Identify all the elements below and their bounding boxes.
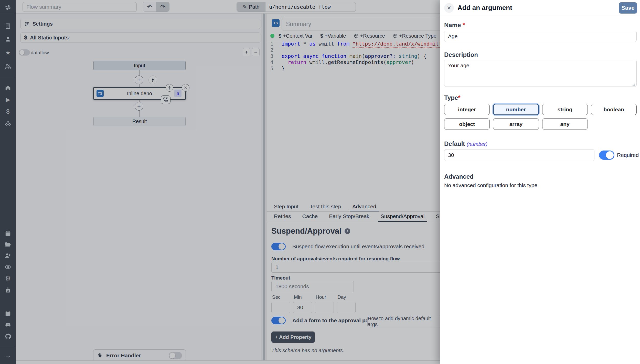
name-field-label: Name * <box>444 22 465 29</box>
drawer-title: Add an argument <box>457 4 619 12</box>
description-textarea[interactable]: Your age <box>444 60 637 87</box>
type-option-string[interactable]: string <box>542 104 588 115</box>
type-option-any[interactable]: any <box>542 118 588 130</box>
type-options-grid: integernumberstringbooleanobjectarrayany <box>444 104 637 130</box>
add-argument-drawer: × Add an argument Save Name * Descriptio… <box>440 0 640 364</box>
toggle-knob <box>606 151 614 159</box>
close-drawer-button[interactable]: × <box>444 3 454 13</box>
app-window: ★ ▶ $ ⚙ <box>0 0 640 364</box>
description-field-label: Description <box>444 51 478 58</box>
type-option-array[interactable]: array <box>493 118 539 130</box>
type-field-label: Type* <box>444 94 461 101</box>
type-label-text: Type <box>444 94 458 101</box>
advanced-empty-text: No advanced configuration for this type <box>444 182 537 188</box>
type-option-boolean[interactable]: boolean <box>591 104 637 115</box>
name-input[interactable] <box>444 31 637 42</box>
save-button[interactable]: Save <box>619 2 637 14</box>
required-asterisk: * <box>458 94 460 101</box>
type-option-object[interactable]: object <box>444 118 490 130</box>
drawer-dim-overlay[interactable] <box>0 0 440 364</box>
name-label-text: Name <box>444 22 461 28</box>
close-icon: × <box>447 4 451 12</box>
type-option-number[interactable]: number <box>493 104 539 115</box>
advanced-section-label: Advanced <box>444 173 474 180</box>
drawer-header: × Add an argument Save <box>440 0 640 16</box>
type-option-integer[interactable]: integer <box>444 104 490 115</box>
default-type-hint: (number) <box>467 141 487 147</box>
default-field-label: Default (number) <box>444 140 487 147</box>
default-value-input[interactable] <box>444 149 594 161</box>
required-toggle[interactable] <box>599 151 614 160</box>
required-toggle-label: Required <box>617 152 639 158</box>
default-label-text: Default <box>444 140 465 147</box>
required-asterisk: * <box>463 22 465 28</box>
